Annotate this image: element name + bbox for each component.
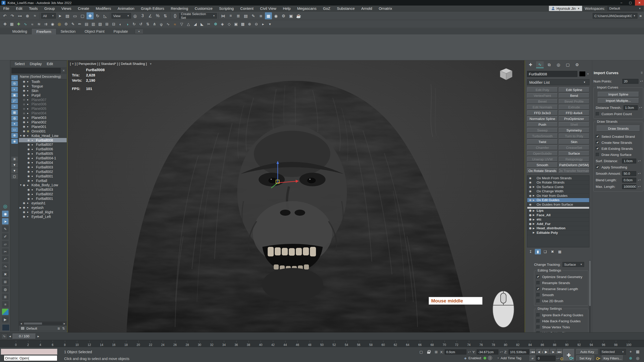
modifier-eye-icon[interactable] <box>528 194 533 197</box>
modifier-button[interactable]: Smooth <box>527 162 558 167</box>
modifier-stack-row[interactable]: Ox Edit Guides <box>527 198 589 203</box>
select-object-icon[interactable]: ➤ <box>56 12 63 19</box>
layer-sort-icon[interactable]: ⇅ <box>62 327 65 330</box>
menu-item[interactable]: Scripting <box>216 6 237 11</box>
expand-arrow-icon[interactable] <box>533 227 537 230</box>
max-length-field[interactable]: 1000000 <box>622 184 636 189</box>
visibility-eye-icon[interactable] <box>23 129 27 133</box>
window-crossing-icon[interactable]: ▢ <box>79 12 86 19</box>
go-to-end-icon[interactable]: ▶▶| <box>557 349 563 355</box>
select-and-link-icon[interactable]: ⊶ <box>16 12 23 19</box>
menu-item[interactable]: Tools <box>26 6 41 11</box>
redo-tool-icon[interactable]: ↷ <box>2 263 9 270</box>
next-frame-icon[interactable]: |▶ <box>550 349 556 355</box>
viewcube[interactable] <box>498 67 514 83</box>
options-tool-icon[interactable]: ≡ <box>2 301 9 307</box>
modifier-button[interactable]: OpenSubdiv <box>527 151 558 156</box>
snap-toggle-3d-icon[interactable]: 3 <box>139 12 146 19</box>
zoom-all-icon[interactable]: ▦ <box>634 349 641 355</box>
key-filters-button[interactable]: Key Filters... <box>602 355 623 361</box>
menu-item[interactable]: Content <box>237 6 257 11</box>
modifier-eye-icon[interactable] <box>528 227 533 230</box>
rollout-grip[interactable]: ...... <box>526 258 591 260</box>
explorer-row[interactable]: FurBall006 <box>19 147 67 151</box>
explorer-row[interactable]: Plane007 <box>19 98 67 102</box>
ornatrix-tool-icon[interactable]: ✎ <box>70 21 76 27</box>
menu-item[interactable]: Substance <box>334 6 358 11</box>
explorer-row[interactable]: eyelash <box>19 205 67 210</box>
render-setup-icon[interactable]: ⚙ <box>280 12 287 19</box>
select-and-move-icon[interactable]: ✥ <box>87 12 94 19</box>
explorer-row[interactable]: Purpil <box>19 93 67 98</box>
explorer-horizontal-scrollbar[interactable]: ◀ ▶ <box>19 322 67 325</box>
toolbar-overflow-button[interactable]: » <box>639 13 643 18</box>
checkbox-row[interactable]: Select Created Strand <box>596 133 641 140</box>
modifier-button[interactable]: VertexPaint <box>527 93 558 98</box>
checkbox[interactable] <box>536 281 540 285</box>
mirror-icon[interactable]: ⋈ <box>220 12 227 19</box>
menu-item[interactable]: Animation <box>114 6 138 11</box>
modifier-button[interactable]: Edit Normals <box>527 105 558 110</box>
ornatrix-tool-icon[interactable]: ▽ <box>178 21 185 27</box>
explorer-menu-item[interactable]: Edit <box>45 62 55 66</box>
select-tool-icon[interactable]: ➤ <box>2 218 9 224</box>
show-end-result-icon[interactable]: ▮ <box>535 249 541 254</box>
selection-filter-dropdown[interactable]: All ▼ <box>41 13 56 19</box>
checkbox-row[interactable]: Apply Smoothing <box>596 164 641 170</box>
spinner-snap-icon[interactable]: ⇅ <box>162 12 169 19</box>
select-by-name-icon[interactable]: ▤ <box>64 12 71 19</box>
modifier-button[interactable]: CreaseSet <box>559 145 589 150</box>
project-folder-dropdown[interactable]: C:\Users\JIN\Desktop\KG ▼ <box>593 13 637 19</box>
utilities-tab[interactable]: ⚙ <box>573 61 581 68</box>
modifier-eye-icon[interactable] <box>528 213 533 217</box>
scroll-left-icon[interactable]: ◀ <box>19 323 23 325</box>
display-tab[interactable]: ▢ <box>564 61 572 68</box>
ornatrix-tool-icon[interactable]: ✥ <box>2 21 8 27</box>
checkbox[interactable] <box>596 112 599 116</box>
ribbon-more-button[interactable]: ▾ <box>135 29 143 34</box>
filter-cameras-icon[interactable]: ▣ <box>11 93 18 98</box>
visibility-eye-icon[interactable] <box>27 170 31 173</box>
filter-bones-icon[interactable]: ✦ <box>11 121 18 126</box>
edit-named-selection-icon[interactable]: {} <box>172 12 179 19</box>
named-selection-set-dropdown[interactable]: Create Selection Set ▼ <box>179 13 217 19</box>
ornatrix-tool-icon[interactable]: ◈ <box>219 21 226 27</box>
filter-geometry-icon[interactable]: ○ <box>11 75 18 80</box>
filter-groups-icon[interactable]: ▦ <box>11 110 18 115</box>
modifier-stack-row[interactable] <box>527 207 589 209</box>
filter-containers-icon[interactable]: ▭ <box>11 127 18 132</box>
modifier-eye-icon[interactable] <box>528 218 533 221</box>
ornatrix-tool-icon[interactable]: ▸ <box>260 21 266 27</box>
visibility-eye-icon[interactable] <box>23 94 27 97</box>
brush-tool-icon[interactable]: ✎ <box>2 226 9 232</box>
ornatrix-tool-icon[interactable]: ▤ <box>83 21 90 27</box>
visibility-eye-icon[interactable] <box>27 161 31 164</box>
visibility-eye-icon[interactable] <box>27 157 31 160</box>
visibility-eye-icon[interactable] <box>27 179 31 182</box>
explorer-row[interactable]: Eyeball_Right <box>19 210 67 214</box>
user-account-button[interactable]: Hyunsuk Jin ▼ <box>549 6 582 11</box>
expand-arrow-icon[interactable] <box>533 231 537 234</box>
modifier-button[interactable]: Ox Rotate Strands <box>527 168 558 173</box>
visibility-eye-icon[interactable] <box>27 174 31 178</box>
visibility-eye-icon[interactable] <box>27 148 31 151</box>
visibility-eye-icon[interactable] <box>23 125 27 128</box>
close-button[interactable]: ✕ <box>635 0 644 6</box>
explorer-row[interactable]: Omni001 <box>19 129 67 133</box>
zoom-tool-icon[interactable]: ◍ <box>2 286 9 292</box>
expand-caret-icon[interactable] <box>20 206 23 209</box>
scrollbar-handle[interactable] <box>589 261 591 306</box>
selection-lock-icon[interactable] <box>426 349 432 355</box>
zoom-extents-icon[interactable]: ⊕ <box>627 355 634 361</box>
visibility-eye-icon[interactable] <box>23 103 27 106</box>
filter-hidden-icon[interactable]: ◉ <box>11 139 18 144</box>
scroll-right-icon[interactable]: ▶ <box>63 323 66 325</box>
checkbox[interactable] <box>596 153 599 157</box>
advanced-filter-icon[interactable]: ▼ <box>11 168 18 173</box>
filter-helpers-icon[interactable]: ◸ <box>11 98 18 103</box>
explorer-row[interactable]: Koba_Body_Low <box>19 183 67 187</box>
ribbon-tab[interactable]: Object Paint <box>80 29 109 34</box>
checkbox-row[interactable]: Ignore Back-Facing Guides <box>536 312 586 318</box>
visibility-eye-icon[interactable] <box>27 139 31 142</box>
ornatrix-tool-icon[interactable]: △ <box>185 21 192 27</box>
